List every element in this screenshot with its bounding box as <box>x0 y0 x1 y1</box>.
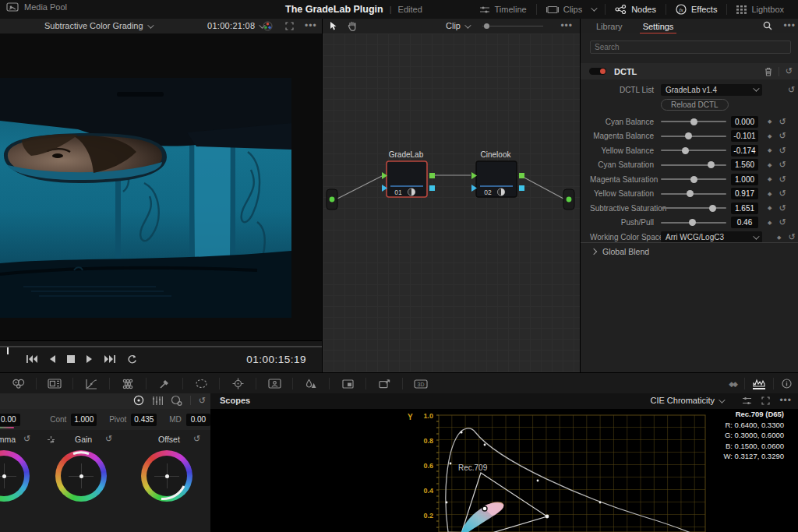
skip-end-icon[interactable] <box>104 355 115 363</box>
viewer-image[interactable] <box>0 78 291 318</box>
slider-knob[interactable] <box>690 176 697 183</box>
reset-icon[interactable]: ↺ <box>779 118 786 126</box>
hand-icon[interactable] <box>348 21 357 31</box>
power-window-icon[interactable] <box>183 373 219 394</box>
reset-icon[interactable]: ↺ <box>788 233 795 241</box>
reload-dctl-button[interactable]: Reload DCTL <box>661 99 729 111</box>
ellipsis-icon[interactable]: ••• <box>560 20 573 31</box>
search-icon[interactable] <box>763 21 772 30</box>
scopes-icon[interactable] <box>753 378 765 389</box>
global-blend-section[interactable]: Global Blend <box>581 242 798 260</box>
source-node[interactable] <box>327 189 337 210</box>
log-wheels-icon[interactable] <box>171 395 182 406</box>
reset-icon[interactable]: ↺ <box>779 204 786 213</box>
stop-icon[interactable] <box>67 355 75 363</box>
search-input[interactable] <box>590 41 791 54</box>
slider-value[interactable]: 1.560 <box>731 159 758 171</box>
node-graph[interactable]: GradeLab 01 Cinelook 02 <box>322 33 581 372</box>
playhead[interactable] <box>7 347 9 354</box>
adjust-value[interactable]: 1.000 <box>71 414 97 426</box>
slider-track[interactable] <box>661 207 726 209</box>
keyframe-icon[interactable]: ◆ <box>768 133 772 139</box>
slider-value[interactable]: 0.46 <box>731 217 758 228</box>
slider-knob[interactable] <box>689 219 696 226</box>
sizing-icon[interactable] <box>366 373 402 394</box>
reset-icon[interactable]: ↺ <box>193 435 200 443</box>
keyframe-icon[interactable]: ◆ <box>768 162 772 168</box>
nav-nodes[interactable]: Nodes <box>606 0 666 19</box>
slider-value[interactable]: 1.651 <box>731 203 758 214</box>
ellipsis-icon[interactable]: ••• <box>305 20 317 31</box>
slider-track[interactable] <box>661 136 726 137</box>
reset-icon[interactable]: ↺ <box>788 86 795 94</box>
camera-raw-icon[interactable] <box>37 373 72 394</box>
dctl-enable-toggle[interactable] <box>589 68 606 75</box>
curves-icon[interactable] <box>73 373 109 394</box>
primaries-wheels-icon[interactable] <box>133 395 144 406</box>
keyframe-icon[interactable]: ◆ <box>768 147 772 153</box>
step-back-icon[interactable] <box>49 355 55 363</box>
skip-start-icon[interactable] <box>26 355 37 363</box>
node-cinelook[interactable]: Cinelook 02 <box>471 150 524 197</box>
picker-icon[interactable] <box>147 373 182 394</box>
dctl-list-dropdown[interactable]: GradeLab v1.4 <box>661 84 762 96</box>
slider-knob[interactable] <box>682 147 689 154</box>
3d-icon[interactable]: 3D <box>403 373 439 394</box>
slider-value[interactable]: 0.917 <box>731 188 758 199</box>
nav-timeline[interactable]: Timeline <box>470 0 536 19</box>
keyframe-icon[interactable]: ◆ <box>768 118 772 125</box>
slider-value[interactable]: -0.174 <box>731 145 758 157</box>
nav-lightbox[interactable]: Lightbox <box>727 0 793 19</box>
keyframes-icon[interactable]: ◆◆ <box>729 380 736 388</box>
reset-icon[interactable]: ↺ <box>779 175 786 184</box>
grade-palette-icon[interactable] <box>263 21 273 31</box>
slider-knob[interactable] <box>685 132 692 139</box>
stabilizer-icon[interactable] <box>256 373 292 394</box>
primaries-bars-icon[interactable] <box>152 396 163 406</box>
keyframe-icon[interactable]: ◆ <box>768 205 772 211</box>
key-icon[interactable] <box>330 373 365 394</box>
adjust-value[interactable]: 0.00 <box>0 414 20 426</box>
slider-knob[interactable] <box>708 161 715 168</box>
nav-clips[interactable]: Clips <box>537 0 605 19</box>
slider-value[interactable]: 0.000 <box>731 116 758 128</box>
reset-icon[interactable]: ↺ <box>779 146 786 155</box>
offset-wheel[interactable] <box>141 450 192 502</box>
play-icon[interactable] <box>87 355 93 363</box>
reset-icon[interactable]: ↺ <box>23 435 30 443</box>
output-node[interactable] <box>563 189 574 210</box>
color-wheels-icon[interactable] <box>0 373 36 394</box>
expand-icon[interactable] <box>285 22 294 30</box>
blur-icon[interactable] <box>293 373 329 394</box>
ellipsis-icon[interactable]: ••• <box>783 20 796 31</box>
loop-icon[interactable] <box>127 354 137 364</box>
keyframe-icon[interactable]: ◆ <box>777 234 781 241</box>
nav-effects[interactable]: fx Effects <box>666 0 726 19</box>
gamma-wheel[interactable] <box>0 450 30 502</box>
node-zoom-slider[interactable] <box>482 26 543 26</box>
grade-mode-dropdown[interactable]: Subtractive Color Grading <box>44 21 152 30</box>
reset-icon[interactable]: ↺ <box>779 218 786 227</box>
slider-knob[interactable] <box>687 190 694 197</box>
slider-track[interactable] <box>661 222 726 224</box>
slider-value[interactable]: -0.101 <box>731 130 758 142</box>
slider-knob[interactable] <box>690 118 697 125</box>
slider-value[interactable]: 1.000 <box>731 174 758 185</box>
cursor-icon[interactable] <box>329 21 337 31</box>
node-zoom-knob[interactable] <box>484 23 489 29</box>
tab-library[interactable]: Library <box>596 22 623 31</box>
reset-icon[interactable]: ↺ <box>779 160 786 169</box>
adjust-value[interactable]: 0.00 <box>186 414 210 426</box>
node-zoom-dropdown[interactable]: Clip <box>446 21 469 30</box>
viewer-timecode[interactable]: 01:00:21:08 <box>207 21 263 30</box>
slider-track[interactable] <box>661 178 726 180</box>
scope-mode-dropdown[interactable]: CIE Chromaticity <box>650 396 723 405</box>
keyframe-icon[interactable]: ◆ <box>768 191 772 197</box>
viewer-scrubber[interactable] <box>0 346 322 347</box>
slider-track[interactable] <box>661 193 726 195</box>
slider-track[interactable] <box>661 164 726 166</box>
ellipsis-icon[interactable]: ••• <box>779 395 792 406</box>
node-gradelab[interactable]: GradeLab 01 <box>382 150 435 197</box>
slider-track[interactable] <box>661 121 726 122</box>
keyframe-icon[interactable]: ◆ <box>768 176 772 182</box>
